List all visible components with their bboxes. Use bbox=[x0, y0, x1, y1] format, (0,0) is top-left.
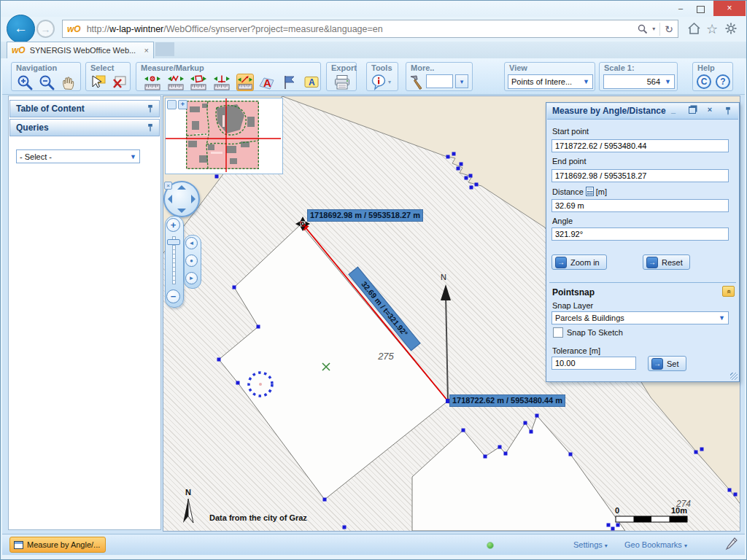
end-point-input[interactable] bbox=[551, 169, 729, 182]
start-point-input[interactable] bbox=[551, 139, 729, 152]
panel-popout-icon[interactable] bbox=[686, 106, 698, 115]
settings-gear-icon[interactable] bbox=[724, 22, 738, 35]
button-arrow-icon: → bbox=[651, 358, 663, 370]
query-dropdown-icon: ▼ bbox=[130, 153, 136, 160]
new-tab-button[interactable] bbox=[155, 42, 174, 56]
overview-map[interactable]: + bbox=[165, 98, 283, 174]
tab-close-icon[interactable]: × bbox=[144, 46, 149, 55]
parcel-label-275: 275 bbox=[377, 351, 394, 362]
more-combobox[interactable] bbox=[426, 74, 453, 88]
zoom-out-icon[interactable] bbox=[38, 74, 55, 91]
redline-pen-icon[interactable] bbox=[725, 537, 738, 551]
browser-tab-active[interactable]: wO SYNERGIS WebOffice Web... × bbox=[7, 42, 154, 58]
forward-button[interactable]: → bbox=[36, 20, 55, 38]
favorites-star-icon[interactable]: ☆ bbox=[706, 21, 718, 37]
contact-button[interactable]: C bbox=[697, 74, 711, 89]
calculator-icon[interactable] bbox=[586, 187, 594, 196]
queries-header[interactable]: Queries bbox=[9, 119, 160, 136]
url-text[interactable]: http://w-lap-wintner/WebOffice/synserver… bbox=[87, 24, 638, 34]
measure-point-icon[interactable] bbox=[144, 74, 161, 91]
distance-unit: [m] bbox=[596, 187, 607, 196]
pan-down-icon[interactable] bbox=[177, 209, 186, 213]
url-host: w-lap-wintner bbox=[109, 24, 163, 34]
print-icon[interactable] bbox=[333, 74, 351, 91]
more-dropdown-button[interactable]: ▾ bbox=[455, 74, 468, 88]
map-canvas[interactable]: 275 274 N bbox=[163, 96, 740, 532]
back-button[interactable]: ← bbox=[7, 15, 35, 43]
view-select-value: Points of Intere... bbox=[511, 77, 572, 86]
north-reference-line bbox=[446, 295, 448, 401]
select-features-icon[interactable] bbox=[90, 74, 107, 91]
tolerance-input[interactable] bbox=[551, 357, 636, 370]
reset-button[interactable]: → Reset bbox=[643, 254, 690, 270]
window-minimize-button[interactable]: – bbox=[673, 4, 689, 15]
map-attribution: Data from the city of Graz bbox=[209, 513, 307, 522]
geo-bookmarks-menu[interactable]: Geo Bookmarks ▾ bbox=[624, 540, 687, 549]
full-extent-icon[interactable]: ● bbox=[185, 254, 198, 267]
pan-left-icon[interactable] bbox=[168, 195, 172, 203]
panel-pin-icon[interactable] bbox=[724, 106, 732, 116]
toolbar-group-select: Select bbox=[85, 62, 131, 91]
view-select[interactable]: Points of Intere... ▼ bbox=[508, 74, 593, 89]
set-button[interactable]: → Set bbox=[648, 356, 686, 371]
zoom-slider-handle[interactable] bbox=[167, 239, 180, 245]
overview-close-icon[interactable] bbox=[167, 100, 177, 109]
distance-input[interactable] bbox=[551, 199, 729, 212]
tolerance-label: Tolerance [m] bbox=[552, 346, 600, 355]
help-button[interactable]: ? bbox=[716, 74, 730, 89]
measure-perpendicular-icon[interactable] bbox=[213, 74, 231, 91]
measure-angle-distance-icon[interactable] bbox=[236, 74, 254, 91]
scalebar-zero: 0 bbox=[615, 506, 619, 515]
query-select[interactable]: - Select - ▼ bbox=[16, 149, 140, 163]
markup-flag-icon[interactable] bbox=[281, 74, 298, 91]
overview-move-icon[interactable]: + bbox=[178, 100, 187, 109]
search-icon[interactable] bbox=[638, 24, 648, 34]
info-tool-icon[interactable] bbox=[370, 74, 387, 91]
pin-icon[interactable] bbox=[147, 123, 154, 133]
toolbar-group-export: Export bbox=[326, 62, 357, 91]
task-item-measure[interactable]: Measure by Angle/... bbox=[9, 537, 106, 553]
snap-layer-select[interactable]: Parcels & Buildings ▼ bbox=[551, 311, 729, 324]
window-close-button[interactable]: × bbox=[713, 1, 746, 16]
zoom-in-icon[interactable] bbox=[16, 74, 34, 91]
toolbar-group-navigation: Navigation bbox=[11, 62, 81, 91]
address-bar[interactable]: wO http://w-lap-wintner/WebOffice/synser… bbox=[62, 20, 678, 38]
refresh-icon[interactable]: ↻ bbox=[665, 23, 673, 35]
tools-dropdown-icon[interactable]: ▾ bbox=[388, 79, 391, 85]
end-point-map-label: 1718692.98 m / 5953518.27 m bbox=[307, 209, 423, 222]
home-icon[interactable] bbox=[687, 22, 701, 35]
scale-select[interactable]: 564 ▼ bbox=[603, 74, 675, 89]
group-title-scale: Scale 1: bbox=[604, 63, 635, 72]
toc-header[interactable]: Table of Content bbox=[9, 100, 160, 117]
group-title-measure-markup: Measure/Markup bbox=[141, 63, 204, 72]
pin-icon[interactable] bbox=[147, 104, 154, 114]
settings-menu[interactable]: Settings ▾ bbox=[573, 540, 608, 549]
markup-text-icon[interactable]: A bbox=[258, 74, 276, 91]
panel-minimize-icon[interactable]: _ bbox=[667, 105, 679, 114]
scale-select-value: 564 bbox=[647, 77, 660, 86]
pan-hand-icon[interactable] bbox=[60, 74, 77, 91]
pan-right-icon[interactable] bbox=[191, 195, 196, 203]
measure-line-icon[interactable] bbox=[167, 74, 185, 91]
panel-resize-grip[interactable] bbox=[730, 373, 738, 380]
panel-close-icon[interactable]: × bbox=[704, 105, 716, 114]
measure-polygon-icon[interactable] bbox=[190, 74, 207, 91]
window-maximize-button[interactable] bbox=[692, 4, 708, 15]
next-extent-icon[interactable]: ► bbox=[185, 272, 198, 284]
pan-up-icon[interactable] bbox=[177, 185, 186, 190]
markup-label-icon[interactable]: A bbox=[303, 74, 320, 91]
search-dropdown-icon[interactable]: ▾ bbox=[652, 26, 655, 32]
zoom-in-button[interactable]: → Zoom in bbox=[551, 254, 607, 270]
snap-to-sketch-checkbox[interactable] bbox=[553, 327, 563, 338]
pointsnap-collapse-button[interactable]: « bbox=[722, 286, 735, 297]
zoom-in-button-map[interactable]: + bbox=[166, 218, 180, 232]
zoom-out-button-map[interactable]: − bbox=[166, 289, 180, 303]
angle-input[interactable] bbox=[551, 228, 729, 241]
clear-selection-icon[interactable] bbox=[111, 74, 128, 91]
previous-extent-icon[interactable]: ◄ bbox=[185, 237, 198, 249]
north-reference-label: N bbox=[441, 273, 446, 281]
hammer-tool-icon[interactable] bbox=[408, 74, 425, 91]
browser-window: – × ← → wO http://w-lap-wintner/WebOffic… bbox=[0, 0, 747, 560]
navigator-close-icon[interactable]: × bbox=[164, 182, 172, 190]
group-title-more: More.. bbox=[411, 63, 434, 72]
